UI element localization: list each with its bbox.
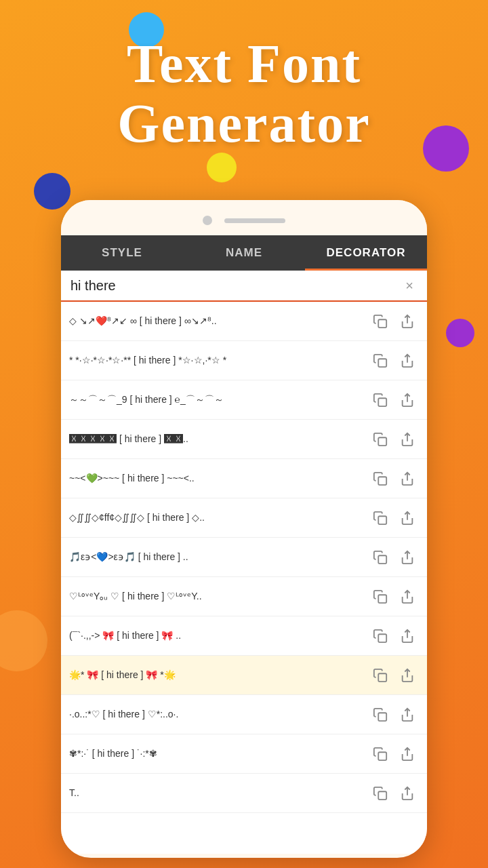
share-button[interactable] [396, 546, 419, 569]
row-actions [369, 664, 419, 687]
copy-button[interactable] [369, 743, 392, 766]
phone-top-bar [61, 200, 427, 235]
result-text: ♡ᴸᵒᵛᵉYₒᵤ ♡ [ hi there ] ♡ᴸᵒᵛᵉY.. [69, 590, 363, 602]
result-text: 🌟* 🎀 [ hi there ] 🎀 *🌟 [69, 669, 363, 681]
share-button[interactable] [396, 467, 419, 490]
svg-rect-20 [378, 713, 386, 721]
copy-button[interactable] [369, 703, 392, 726]
copy-button[interactable] [369, 467, 392, 490]
row-actions [369, 428, 419, 451]
svg-rect-16 [378, 634, 386, 642]
share-button[interactable] [396, 664, 419, 687]
row-actions [369, 703, 419, 726]
result-text: T.. [69, 787, 363, 799]
share-button[interactable] [396, 782, 419, 805]
result-row: (¯`·.,,-> 🎀 [ hi there ] 🎀 .. [61, 616, 427, 656]
copy-button[interactable] [369, 782, 392, 805]
result-row: ~~<💚>~~~ [ hi there ] ~~~<.. [61, 459, 427, 498]
result-text: ◇∬∬◇¢ff¢◇∬∬◇ [ hi there ] ◇.. [69, 511, 363, 524]
svg-rect-22 [378, 752, 386, 760]
share-button[interactable] [396, 703, 419, 726]
result-row: ·.o..:*♡ [ hi there ] ♡*:..o·. [61, 695, 427, 734]
result-text: * *·☆·*☆·*☆·** [ hi there ] *☆·☆,·*☆ * [69, 354, 363, 366]
share-button[interactable] [396, 428, 419, 451]
row-actions [369, 467, 419, 490]
copy-button[interactable] [369, 349, 392, 372]
search-input[interactable] [70, 278, 401, 294]
tab-style[interactable]: STYLE [61, 235, 183, 271]
copy-button[interactable] [369, 546, 392, 569]
tab-decorator[interactable]: DECORATOR [305, 235, 427, 271]
phone-camera [203, 216, 212, 225]
svg-rect-6 [378, 437, 386, 446]
result-row: ✾*:·˙ [ hi there ] ˙·:*✾ [61, 734, 427, 774]
title-line2: Generator [117, 94, 370, 153]
result-row: ◇∬∬◇¢ff¢◇∬∬◇ [ hi there ] ◇.. [61, 498, 427, 538]
row-actions [369, 585, 419, 608]
phone-mockup: STYLE NAME DECORATOR × ◇ ↘↗❤️⁸↗↙ ∞ [ hi … [61, 200, 427, 858]
decorative-dot-indigo-left [34, 173, 70, 210]
search-row: × [61, 271, 427, 302]
app-title: Text Font Generator [0, 34, 488, 153]
svg-rect-12 [378, 555, 386, 564]
result-row: 🆇🆇🆇🆇🆇 [ hi there ] 🆇🆇.. [61, 420, 427, 459]
share-button[interactable] [396, 349, 419, 372]
result-row: ◇ ↘↗❤️⁸↗↙ ∞ [ hi there ] ∞↘↗⁸.. [61, 302, 427, 341]
copy-button[interactable] [369, 664, 392, 687]
copy-button[interactable] [369, 428, 392, 451]
results-list: ◇ ↘↗❤️⁸↗↙ ∞ [ hi there ] ∞↘↗⁸..* *·☆·*☆·… [61, 302, 427, 854]
result-row: 🎵ε϶<💙>ε϶🎵 [ hi there ] .. [61, 538, 427, 577]
result-row: * *·☆·*☆·*☆·** [ hi there ] *☆·☆,·*☆ * [61, 341, 427, 380]
share-button[interactable] [396, 585, 419, 608]
decorative-dot-yellow [207, 153, 237, 182]
row-actions [369, 507, 419, 530]
svg-rect-18 [378, 673, 386, 682]
svg-rect-2 [378, 359, 386, 367]
decorative-dot-orange-left [0, 610, 47, 671]
share-button[interactable] [396, 625, 419, 648]
result-text: (¯`·.,,-> 🎀 [ hi there ] 🎀 .. [69, 629, 363, 642]
result-row: ♡ᴸᵒᵛᵉYₒᵤ ♡ [ hi there ] ♡ᴸᵒᵛᵉY.. [61, 577, 427, 616]
decorative-dot-purple-right2 [446, 319, 474, 347]
title-area: Text Font Generator [0, 34, 488, 153]
copy-button[interactable] [369, 389, 392, 412]
row-actions [369, 546, 419, 569]
svg-rect-14 [378, 595, 386, 603]
row-actions [369, 625, 419, 648]
search-clear-button[interactable]: × [401, 277, 418, 294]
row-actions [369, 349, 419, 372]
svg-rect-24 [378, 791, 386, 800]
share-button[interactable] [396, 310, 419, 333]
share-button[interactable] [396, 507, 419, 530]
tab-name[interactable]: NAME [183, 235, 305, 271]
result-text: 🆇🆇🆇🆇🆇 [ hi there ] 🆇🆇.. [69, 433, 363, 445]
result-text: ～～⌒～⌒_9 [ hi there ] ℮_⌒～⌒～ [69, 393, 363, 406]
result-row: ～～⌒～⌒_9 [ hi there ] ℮_⌒～⌒～ [61, 380, 427, 420]
copy-button[interactable] [369, 507, 392, 530]
copy-button[interactable] [369, 310, 392, 333]
result-row: T.. [61, 774, 427, 813]
result-text: ·.o..:*♡ [ hi there ] ♡*:..o·. [69, 708, 363, 720]
svg-rect-0 [378, 319, 386, 328]
result-text: 🎵ε϶<💙>ε϶🎵 [ hi there ] .. [69, 551, 363, 563]
result-text: ~~<💚>~~~ [ hi there ] ~~~<.. [69, 472, 363, 484]
title-line1: Text Font [127, 34, 361, 94]
phone-speaker [224, 218, 285, 223]
result-text: ◇ ↘↗❤️⁸↗↙ ∞ [ hi there ] ∞↘↗⁸.. [69, 315, 363, 327]
copy-button[interactable] [369, 585, 392, 608]
row-actions [369, 782, 419, 805]
svg-rect-4 [378, 398, 386, 406]
share-button[interactable] [396, 389, 419, 412]
row-actions [369, 310, 419, 333]
tab-bar: STYLE NAME DECORATOR [61, 235, 427, 271]
svg-rect-8 [378, 477, 386, 485]
svg-rect-10 [378, 516, 386, 524]
result-text: ✾*:·˙ [ hi there ] ˙·:*✾ [69, 747, 363, 760]
row-actions [369, 743, 419, 766]
row-actions [369, 389, 419, 412]
copy-button[interactable] [369, 625, 392, 648]
result-row: 🌟* 🎀 [ hi there ] 🎀 *🌟 [61, 656, 427, 695]
share-button[interactable] [396, 743, 419, 766]
